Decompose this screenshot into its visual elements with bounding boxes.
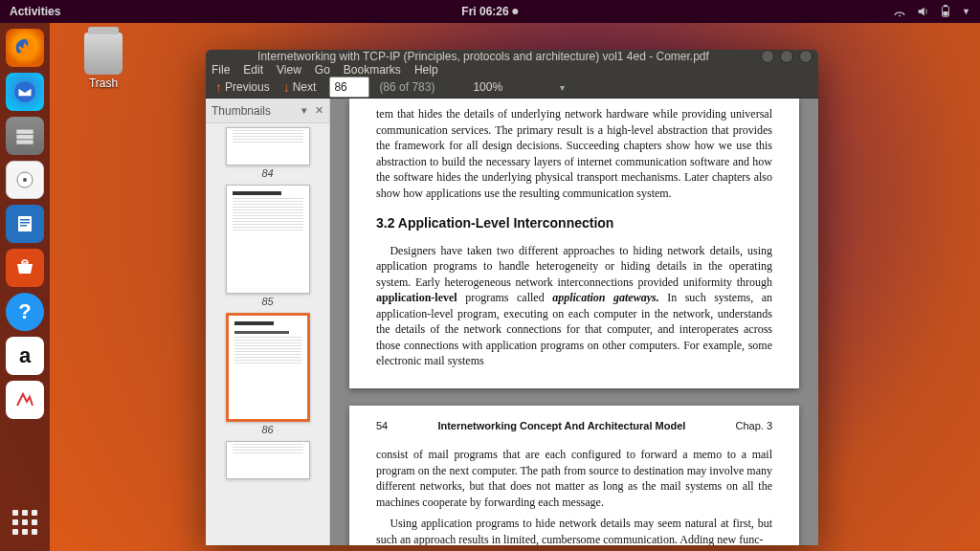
- trash-label: Trash: [75, 77, 132, 90]
- thumbnail-87[interactable]: [224, 441, 312, 479]
- thumbnail-label: 86: [224, 424, 312, 435]
- thumbnail-label: 85: [224, 296, 312, 307]
- clock[interactable]: Fri 06:26: [461, 5, 518, 18]
- trash-icon: [84, 33, 122, 75]
- body-text: tem that hides the details of underlying…: [376, 106, 772, 201]
- trash-desktop-icon[interactable]: Trash: [75, 33, 132, 90]
- thunderbird-icon[interactable]: [6, 73, 44, 111]
- firefox-icon[interactable]: [6, 29, 44, 67]
- window-titlebar[interactable]: Internetworking with TCP-IP (Principles,…: [206, 50, 818, 63]
- activities-button[interactable]: Activities: [10, 5, 60, 18]
- svg-rect-12: [20, 219, 30, 221]
- zoom-selector[interactable]: 100% ▾: [473, 80, 565, 94]
- svg-rect-14: [20, 225, 27, 227]
- activity-app-icon[interactable]: [6, 381, 44, 419]
- body-text: Using application programs to hide netwo…: [376, 516, 772, 545]
- svg-point-5: [14, 81, 35, 102]
- svg-rect-7: [16, 135, 33, 139]
- previous-button[interactable]: ↑ Previous: [215, 79, 270, 95]
- thumbnails-list[interactable]: 84 85 86: [206, 123, 329, 545]
- window-maximize-button[interactable]: [780, 50, 793, 63]
- svg-rect-3: [943, 11, 947, 15]
- page-54: 54 Internetworking Concept And Architect…: [349, 406, 799, 545]
- amazon-icon[interactable]: a: [6, 337, 44, 375]
- network-icon[interactable]: [893, 5, 906, 18]
- thumbnails-panel: Thumbnails ▾ ✕ 84 85 86: [206, 99, 330, 545]
- arrow-down-icon: ↓: [283, 79, 290, 95]
- close-icon[interactable]: ✕: [315, 104, 323, 117]
- files-icon[interactable]: [6, 117, 44, 155]
- svg-rect-2: [944, 5, 947, 7]
- menu-file[interactable]: File: [212, 63, 230, 77]
- top-panel: Activities Fri 06:26 ▼: [0, 0, 980, 23]
- page-number: 54: [376, 419, 388, 433]
- menu-go[interactable]: Go: [315, 63, 330, 77]
- arrow-up-icon: ↑: [215, 79, 222, 95]
- section-heading: 3.2 Application-Level Interconnection: [376, 214, 772, 232]
- show-applications-button[interactable]: [6, 503, 44, 541]
- body-text: consist of mail programs that are each c…: [376, 447, 772, 510]
- svg-point-10: [23, 178, 27, 182]
- svg-rect-11: [18, 216, 32, 231]
- thumbnails-title: Thumbnails: [212, 104, 271, 118]
- ubuntu-software-icon[interactable]: [6, 249, 44, 287]
- thumbnails-header: Thumbnails ▾ ✕: [206, 99, 329, 123]
- volume-icon[interactable]: [916, 5, 929, 18]
- window-minimize-button[interactable]: [761, 50, 774, 63]
- running-title: Internetworking Concept And Architectura…: [437, 419, 685, 433]
- page-viewer[interactable]: tem that hides the details of underlying…: [330, 99, 818, 545]
- svg-rect-8: [16, 140, 33, 143]
- help-icon[interactable]: ?: [6, 293, 44, 331]
- toolbar: ↑ Previous ↓ Next (86 of 783) 100% ▾: [206, 77, 818, 99]
- pdf-viewer-window: Internetworking with TCP-IP (Principles,…: [206, 50, 818, 545]
- menu-view[interactable]: View: [277, 63, 301, 77]
- thumbnail-label: 84: [224, 167, 312, 179]
- svg-rect-6: [16, 130, 33, 134]
- menu-edit[interactable]: Edit: [243, 63, 263, 77]
- window-title: Internetworking with TCP-IP (Principles,…: [212, 50, 755, 63]
- thumbnail-84[interactable]: 84: [224, 127, 312, 179]
- libreoffice-writer-icon[interactable]: [6, 205, 44, 243]
- running-head: 54 Internetworking Concept And Architect…: [376, 419, 772, 433]
- next-button[interactable]: ↓ Next: [283, 79, 317, 95]
- page-53: tem that hides the details of underlying…: [349, 99, 799, 388]
- menu-bookmarks[interactable]: Bookmarks: [344, 63, 401, 77]
- launcher-dock: ? a: [0, 23, 50, 551]
- svg-point-0: [899, 15, 901, 17]
- chevron-down-icon[interactable]: ▼: [962, 7, 970, 16]
- battery-icon[interactable]: [939, 5, 952, 18]
- menu-help[interactable]: Help: [414, 63, 438, 77]
- chevron-down-icon[interactable]: ▾: [301, 104, 307, 117]
- page-count-label: (86 of 783): [379, 80, 434, 94]
- window-close-button[interactable]: [799, 50, 813, 63]
- dot-icon: [513, 9, 519, 14]
- body-text: Designers have taken two different appro…: [376, 243, 772, 369]
- thumbnail-86[interactable]: 86: [224, 313, 312, 435]
- thumbnail-85[interactable]: 85: [224, 185, 312, 307]
- rhythmbox-icon[interactable]: [6, 161, 44, 199]
- menu-bar: File Edit View Go Bookmarks Help: [206, 63, 818, 77]
- page-number-input[interactable]: [329, 77, 369, 98]
- chevron-down-icon: ▾: [560, 82, 565, 93]
- chapter-label: Chap. 3: [735, 419, 772, 433]
- content-area: Thumbnails ▾ ✕ 84 85 86: [206, 99, 818, 545]
- svg-rect-13: [20, 222, 30, 224]
